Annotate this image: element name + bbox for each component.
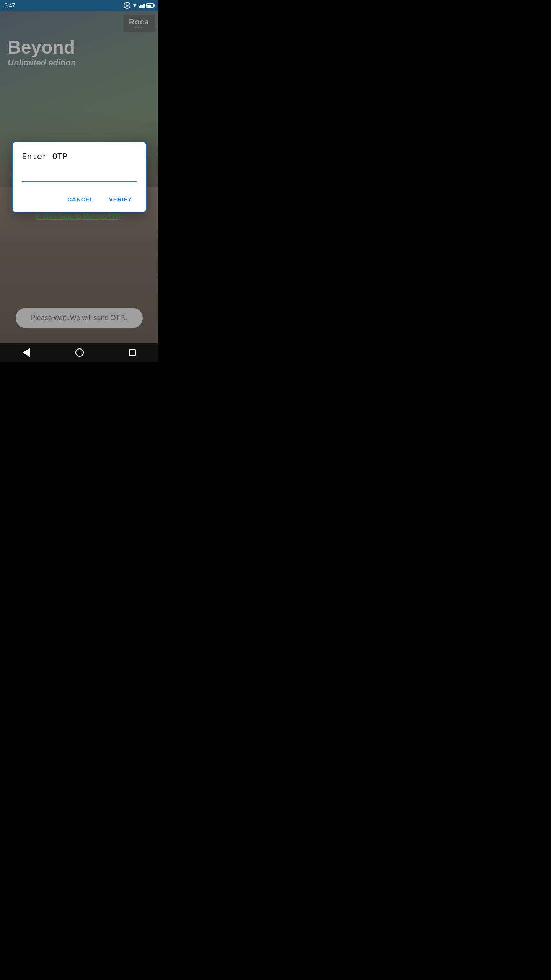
otp-input[interactable] bbox=[22, 169, 137, 182]
cancel-button[interactable]: CANCEL bbox=[63, 193, 98, 206]
status-time: 3:47 bbox=[5, 2, 15, 8]
nav-bar bbox=[0, 343, 158, 362]
back-icon bbox=[23, 348, 30, 357]
recent-button[interactable] bbox=[129, 349, 136, 356]
home-button[interactable] bbox=[75, 348, 84, 357]
dialog-backdrop: Enter OTP CANCEL VERIFY bbox=[0, 11, 158, 343]
back-button[interactable] bbox=[23, 348, 30, 357]
home-icon bbox=[75, 348, 84, 357]
status-icons: @ ▼ bbox=[124, 2, 154, 9]
dialog-actions: CANCEL VERIFY bbox=[22, 191, 137, 206]
recent-icon bbox=[129, 349, 136, 356]
verify-button[interactable]: VERIFY bbox=[104, 193, 137, 206]
at-icon: @ bbox=[124, 2, 130, 9]
wifi-icon: ▼ bbox=[132, 2, 137, 8]
status-bar: 3:47 @ ▼ bbox=[0, 0, 158, 11]
otp-dialog: Enter OTP CANCEL VERIFY bbox=[12, 142, 147, 212]
page-wrapper: Roca ~~~ Beyond Unlimited edition 1. Cli… bbox=[0, 11, 158, 343]
dialog-title: Enter OTP bbox=[22, 152, 137, 161]
signal-icon bbox=[139, 3, 145, 8]
battery-icon bbox=[146, 3, 154, 8]
